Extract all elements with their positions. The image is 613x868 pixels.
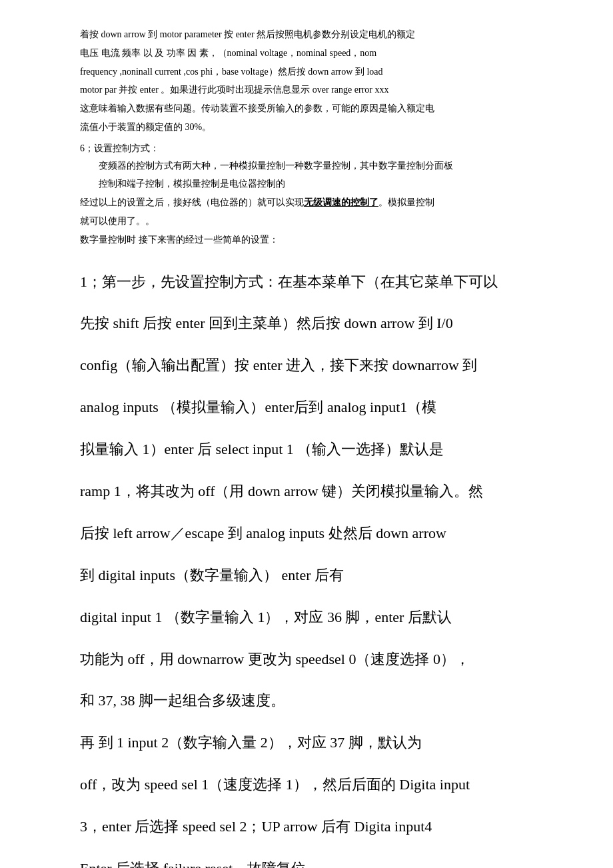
main-p1: 1；第一步，先设置控制方式：在基本菜单下（在其它菜单下可以 [80,268,560,297]
main-p10: 功能为 off，用 downarrow 更改为 speedsel 0（速度选择 … [80,645,560,674]
step6-line4: 就可以使用了。。 [80,213,560,229]
main-p8: 到 digital inputs（数字量输入） enter 后有 [80,561,560,590]
main-p6: ramp 1，将其改为 off（用 down arrow 键）关闭模拟量输入。然 [80,477,560,506]
step6-content3: 经过以上的设置之后，接好线（电位器的）就可以实现无级调速的控制了。模拟量控制 [80,195,560,211]
main-p5: 拟量输入 1）enter 后 select input 1 （输入一选择）默认是 [80,435,560,464]
main-content: 1；第一步，先设置控制方式：在基本菜单下（在其它菜单下可以 先按 shift 后… [80,268,560,868]
step6-line3-bold: 无级调速的控制了 [304,197,378,207]
main-p3: config（输入输出配置）按 enter 进入，接下来按 downarrow … [80,351,560,380]
main-p11: 和 37, 38 脚一起组合多级速度。 [80,687,560,715]
main-p4: analog inputs （模拟量输入）enter后到 analog inpu… [80,393,560,422]
intro-section: 着按 down arrow 到 motor parameter 按 enter … [80,27,560,135]
main-p2: 先按 shift 后按 enter 回到主菜单）然后按 down arrow 到… [80,309,560,338]
step6-content1: 变频器的控制方式有两大种，一种模拟量控制一种数字量控制，其中数字量控制分面板 [80,158,560,174]
intro-line5: 这意味着输入数据有些问题。传动装置不接受所输入的参数，可能的原因是输入额定电 [80,101,560,117]
page-container: 着按 down arrow 到 motor parameter 按 enter … [0,0,613,868]
main-p14: 3，enter 后选择 speed sel 2；UP arrow 后有 Digi… [80,813,560,841]
intro-line6: 流值小于装置的额定值的 30%。 [80,119,560,135]
step6-line3-pre: 经过以上的设置之后，接好线（电位器的）就可以实现 [80,197,304,207]
step6-content2: 控制和端子控制，模拟量控制是电位器控制的 [80,176,560,192]
intro-line2: 电压 电流 频率 以 及 功率 因 素，（nominal voltage，nom… [80,45,560,61]
step6-label: 6；设置控制方式： [80,141,560,157]
main-p7: 后按 left arrow／escape 到 analog inputs 处然后… [80,519,560,548]
main-p9: digital input 1 （数字量输入 1），对应 36 脚，enter … [80,603,560,632]
main-p15: Enter 后选择 failure reset，故障复位。 [80,855,560,868]
intro-line3: frequency ,noninall current ,cos phi，bas… [80,64,560,80]
intro-line4: motor par 并按 enter 。如果进行此项时出现提示信息显示 over… [80,82,560,98]
main-p12: 再 到 1 input 2（数字输入量 2），对应 37 脚，默认为 [80,729,560,757]
intro-line1: 着按 down arrow 到 motor parameter 按 enter … [80,27,560,43]
step6-line3-post: 。模拟量控制 [378,197,434,207]
main-p13: off，改为 speed sel 1（速度选择 1），然后后面的 Digita … [80,771,560,799]
step6-line5: 数字量控制时 接下来害的经过一些简单的设置： [80,232,560,248]
